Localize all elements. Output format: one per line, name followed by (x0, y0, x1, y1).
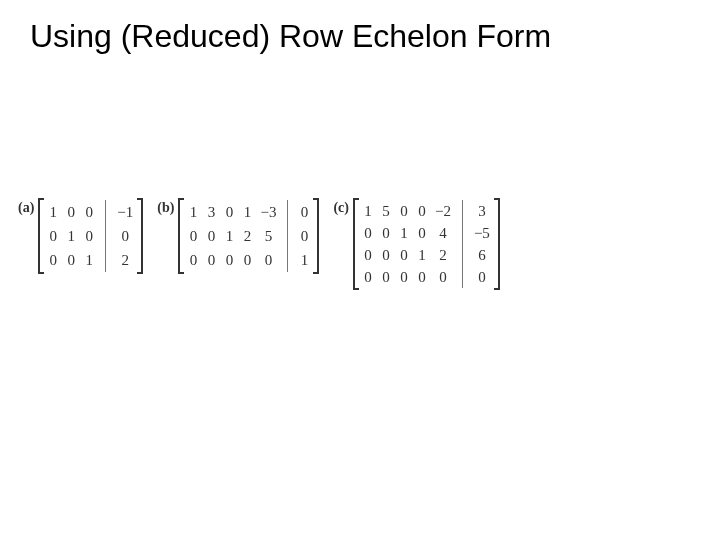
cell: 0 (224, 248, 234, 272)
cell: −2 (435, 200, 451, 222)
augment-bar-icon (462, 200, 463, 288)
cell: 0 (363, 266, 373, 288)
cell: 1 (363, 200, 373, 222)
cell: 0 (242, 248, 252, 272)
cell: 1 (224, 224, 234, 248)
cell: 1 (84, 248, 94, 272)
cell: 0 (399, 200, 409, 222)
cell: −1 (117, 200, 133, 224)
cell: 1 (299, 248, 309, 272)
cell: 0 (399, 244, 409, 266)
cell: 0 (206, 248, 216, 272)
cell: 2 (438, 244, 448, 266)
cell: 0 (399, 266, 409, 288)
cell: 6 (477, 244, 487, 266)
example-c: (c) 1 0 0 0 5 0 0 0 0 1 0 (333, 198, 499, 290)
cell: 1 (399, 222, 409, 244)
cell: 0 (381, 244, 391, 266)
augment-bar-icon (105, 200, 106, 272)
label-a: (a) (18, 198, 34, 216)
cell: 0 (224, 200, 234, 224)
matrix-a: 1 0 0 0 1 0 0 0 1 −1 0 2 (38, 198, 143, 274)
cell: 0 (381, 222, 391, 244)
cell: 0 (66, 248, 76, 272)
cell: 0 (48, 224, 58, 248)
cell: 1 (188, 200, 198, 224)
cell: 0 (417, 200, 427, 222)
cell: 0 (363, 222, 373, 244)
cell: 0 (363, 244, 373, 266)
cell: −5 (474, 222, 490, 244)
cell: 0 (66, 200, 76, 224)
cell: 5 (263, 224, 273, 248)
augment-bar-icon (287, 200, 288, 272)
cell: 0 (299, 224, 309, 248)
cell: 0 (477, 266, 487, 288)
cell: 5 (381, 200, 391, 222)
example-a: (a) 1 0 0 0 1 0 0 0 1 (18, 198, 143, 274)
slide-title: Using (Reduced) Row Echelon Form (30, 18, 551, 55)
matrix-b: 1 0 0 3 0 0 0 1 0 1 2 0 (178, 198, 319, 274)
matrix-c: 1 0 0 0 5 0 0 0 0 1 0 0 0 (353, 198, 500, 290)
bracket-right-icon (313, 198, 319, 274)
cell: 0 (48, 248, 58, 272)
cell: 0 (188, 248, 198, 272)
bracket-left-icon (353, 198, 359, 290)
cell: 0 (188, 224, 198, 248)
cell: −3 (260, 200, 276, 224)
matrix-row: (a) 1 0 0 0 1 0 0 0 1 (18, 198, 514, 290)
cell: 0 (84, 200, 94, 224)
cell: 0 (84, 224, 94, 248)
cell: 1 (242, 200, 252, 224)
cell: 0 (381, 266, 391, 288)
cell: 3 (477, 200, 487, 222)
cell: 0 (120, 224, 130, 248)
bracket-right-icon (137, 198, 143, 274)
cell: 0 (417, 266, 427, 288)
cell: 1 (66, 224, 76, 248)
cell: 1 (48, 200, 58, 224)
cell: 0 (263, 248, 273, 272)
label-c: (c) (333, 198, 349, 216)
cell: 0 (438, 266, 448, 288)
cell: 4 (438, 222, 448, 244)
cell: 0 (417, 222, 427, 244)
cell: 2 (242, 224, 252, 248)
cell: 1 (417, 244, 427, 266)
bracket-left-icon (38, 198, 44, 274)
bracket-left-icon (178, 198, 184, 274)
example-b: (b) 1 0 0 3 0 0 0 1 0 (157, 198, 319, 274)
cell: 0 (299, 200, 309, 224)
cell: 0 (206, 224, 216, 248)
cell: 3 (206, 200, 216, 224)
bracket-right-icon (494, 198, 500, 290)
label-b: (b) (157, 198, 174, 216)
cell: 2 (120, 248, 130, 272)
